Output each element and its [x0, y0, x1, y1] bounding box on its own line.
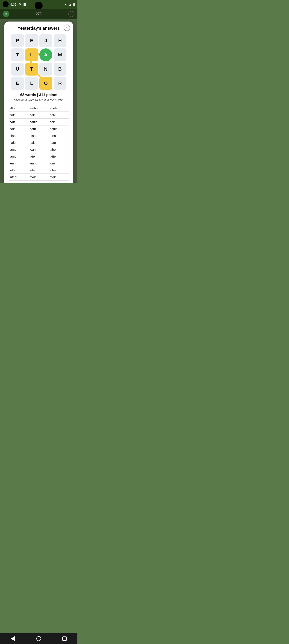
- word-item[interactable]: hale: [8, 139, 28, 146]
- word-item[interactable]: ambo: [28, 105, 49, 112]
- cell-r1-c0[interactable]: T: [11, 48, 24, 61]
- word-item[interactable]: leant: [28, 160, 49, 167]
- word-item[interactable]: lorn: [49, 160, 69, 167]
- word-item[interactable]: halt: [28, 139, 49, 146]
- cell-r0-c2[interactable]: J: [39, 34, 52, 47]
- word-item[interactable]: lute: [28, 167, 49, 174]
- word-item[interactable]: elate: [28, 132, 49, 139]
- word-item[interactable]: male: [28, 174, 49, 180]
- signal-icon: ▲: [69, 2, 72, 6]
- word-item[interactable]: bole: [49, 118, 69, 126]
- hint-text: Click on a word to see it in the puzzle: [8, 98, 69, 102]
- word-item[interactable]: bale: [28, 112, 49, 118]
- cell-r3-c1[interactable]: L: [25, 77, 38, 90]
- status-bar: 9:35 ⚙ 📋 ▼ ▲ ▮: [0, 0, 77, 8]
- word-item[interactable]: bottle: [49, 126, 69, 132]
- modal-overlay: × Yesterday's answers: [0, 8, 77, 184]
- background-app: 0 272 ? × Yesterday's answers: [0, 8, 77, 184]
- cell-r0-c1[interactable]: E: [25, 34, 38, 47]
- letter-grid-container: PEJHTLAMUTNBELOR: [9, 34, 68, 90]
- word-item[interactable]: labor: [49, 146, 69, 153]
- modal-title: Yesterday's answers: [8, 26, 69, 31]
- cell-r2-c3[interactable]: B: [53, 63, 66, 76]
- word-item[interactable]: anole: [49, 105, 69, 112]
- word-item[interactable]: bate: [49, 112, 69, 118]
- word-item[interactable]: jean: [28, 146, 49, 153]
- word-item[interactable]: jamb: [8, 146, 28, 153]
- cell-r3-c2[interactable]: O: [39, 77, 52, 90]
- notch: [35, 2, 42, 10]
- cell-r3-c0[interactable]: E: [11, 77, 24, 90]
- camera-cutout: [2, 1, 8, 7]
- word-item[interactable]: bolt: [8, 126, 28, 132]
- cell-r1-c1[interactable]: L: [25, 48, 38, 61]
- cell-r1-c2[interactable]: A: [39, 48, 52, 61]
- word-item[interactable]: lean: [8, 160, 28, 167]
- clipboard-icon: 📋: [23, 2, 27, 6]
- word-item[interactable]: luteal: [8, 174, 28, 180]
- word-item[interactable]: battle: [28, 118, 49, 126]
- word-item[interactable]: elan: [8, 132, 28, 139]
- close-button[interactable]: ×: [64, 24, 70, 31]
- battery-icon: ▮: [73, 2, 75, 6]
- wifi-icon: ▼: [64, 2, 67, 6]
- stats-display: 68 words | 311 points: [8, 93, 69, 97]
- word-item[interactable]: lotte: [8, 167, 28, 174]
- word-item[interactable]: latte: [49, 153, 69, 160]
- word-item[interactable]: born: [28, 126, 49, 132]
- word-item[interactable]: lamb: [8, 153, 28, 160]
- word-item[interactable]: late: [28, 153, 49, 160]
- word-item[interactable]: lutea: [49, 167, 69, 174]
- word-item[interactable]: malt: [49, 174, 69, 180]
- cell-r2-c2[interactable]: N: [39, 63, 52, 76]
- cell-r0-c3[interactable]: H: [53, 34, 66, 47]
- word-item[interactable]: ante: [8, 112, 28, 118]
- answers-modal: × Yesterday's answers: [4, 22, 73, 184]
- word-item[interactable]: hate: [49, 139, 69, 146]
- word-item[interactable]: etna: [49, 132, 69, 139]
- word-item[interactable]: alto: [8, 105, 28, 112]
- cell-r2-c0[interactable]: U: [11, 63, 24, 76]
- word-item[interactable]: manor: [28, 180, 49, 184]
- word-item[interactable]: batt: [8, 118, 28, 126]
- settings-icon: ⚙: [18, 2, 21, 6]
- cell-r3-c3[interactable]: R: [53, 77, 66, 90]
- word-item[interactable]: mantel: [49, 180, 69, 184]
- cell-r2-c1[interactable]: T: [25, 63, 38, 76]
- words-list: altoamboanoleantebalebatebattbattleboleb…: [8, 105, 69, 184]
- time-display: 9:35: [10, 2, 16, 6]
- cell-r0-c0[interactable]: P: [11, 34, 24, 47]
- cell-r1-c3[interactable]: M: [53, 48, 66, 61]
- letter-grid: PEJHTLAMUTNBELOR: [9, 34, 68, 90]
- word-item[interactable]: maltol: [8, 180, 28, 184]
